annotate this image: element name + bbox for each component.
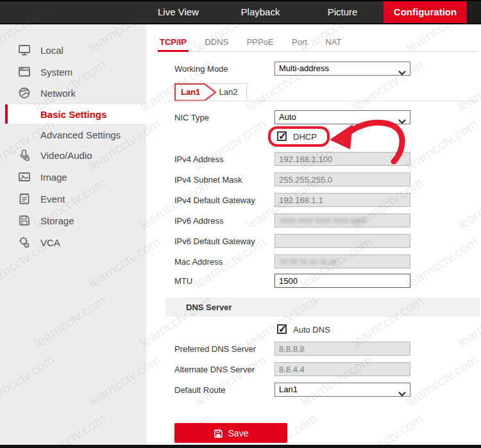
- mtu-label: MTU: [174, 276, 192, 286]
- preferred-dns-input: [274, 342, 410, 356]
- working-mode-select[interactable]: Multi-address: [274, 62, 410, 76]
- tab-ddns[interactable]: DDNS: [203, 33, 230, 52]
- nic-type-value: Auto: [279, 112, 296, 122]
- ipv6-default-gateway-label: IPv6 Default Gateway: [174, 236, 255, 246]
- tab-pppoe[interactable]: PPPoE: [245, 33, 276, 52]
- sidebar-item-advanced-settings[interactable]: Advanced Settings: [0, 125, 146, 144]
- gears-icon: [18, 236, 31, 249]
- working-mode-label: Working Mode: [174, 64, 228, 74]
- tab-port[interactable]: Port: [290, 33, 309, 52]
- sidebar-item-label: Basic Settings: [40, 109, 106, 120]
- sidebar-item-storage[interactable]: Storage: [0, 211, 146, 230]
- ipv6-address-input: xxxx xxxx xxxx xxxx xxxx: [274, 213, 410, 228]
- tab-nat[interactable]: NAT: [323, 33, 343, 52]
- sidebar-item-image[interactable]: Image: [0, 167, 146, 187]
- mac-address-input: xx xx xx xx xx xx: [274, 254, 410, 269]
- ipv4-subnet-mask-label: IPv4 Subnet Mask: [174, 175, 242, 185]
- sidebar-item-system[interactable]: System: [0, 62, 146, 81]
- ipv4-default-gateway-input: [274, 193, 410, 207]
- auto-dns-label: Auto DNS: [293, 325, 330, 335]
- sidebar-item-label: Image: [40, 172, 67, 183]
- picture-icon: [18, 170, 31, 183]
- nic-type-label: NIC Type: [174, 113, 209, 122]
- ipv4-default-gateway-label: IPv4 Default Gateway: [174, 195, 255, 205]
- nic-type-select[interactable]: Auto: [274, 110, 410, 124]
- footer-bar: [0, 445, 481, 448]
- sidebar-item-label: Network: [40, 88, 76, 99]
- sidebar-item-vca[interactable]: VCA: [0, 233, 146, 252]
- sidebar: Local System Network Basic Settings Adva…: [0, 24, 146, 445]
- dns-server-section-header: DNS Server: [165, 297, 480, 317]
- nav-playback[interactable]: Playback: [219, 1, 301, 23]
- sidebar-item-network[interactable]: Network: [0, 83, 146, 103]
- sidebar-item-basic-settings[interactable]: Basic Settings: [8, 104, 146, 124]
- sidebar-item-label: Storage: [40, 215, 74, 226]
- chevron-down-icon: [398, 388, 406, 401]
- tab-tcpip[interactable]: TCP/IP: [158, 33, 189, 52]
- ipv4-address-label: IPv4 Address: [174, 154, 224, 164]
- ipv6-default-gateway-input: [274, 234, 410, 248]
- dhcp-label: DHCP: [293, 132, 317, 142]
- preferred-dns-label: Preferred DNS Server: [174, 344, 256, 354]
- nav-configuration[interactable]: Configuration: [384, 1, 467, 23]
- redacted-value: xxxx xxxx xxxx xxxx xxxx: [280, 216, 410, 225]
- chevron-down-icon: [398, 115, 406, 128]
- dns-server-header-label: DNS Server: [165, 297, 480, 312]
- tcpip-settings-panel: TCP/IP DDNS PPPoE Port NAT Working Mode …: [146, 24, 481, 445]
- sidebar-item-label: Local: [40, 45, 63, 56]
- window-icon: [18, 65, 31, 78]
- network-tabs: TCP/IP DDNS PPPoE Port NAT: [158, 33, 478, 52]
- nav-picture[interactable]: Picture: [301, 1, 384, 23]
- default-route-value: Lan1: [279, 385, 298, 394]
- ipv6-address-label: IPv6 Address: [174, 216, 224, 226]
- mtu-input[interactable]: [274, 274, 410, 288]
- microphone-icon: [18, 149, 31, 162]
- tab-lan1-label[interactable]: Lan1: [181, 87, 200, 97]
- clipboard-icon: [18, 192, 31, 205]
- topbar-right-spacer: [467, 1, 481, 23]
- ipv4-address-input: [274, 152, 410, 166]
- default-route-label: Default Route: [174, 385, 226, 395]
- sidebar-item-local[interactable]: Local: [0, 40, 146, 60]
- chevron-down-icon: [398, 67, 406, 79]
- sidebar-item-label: VCA: [40, 237, 60, 248]
- mac-address-label: Mac Address: [174, 257, 223, 267]
- sidebar-item-video-audio[interactable]: Video/Audio: [0, 145, 146, 165]
- alternate-dns-input: [274, 362, 410, 376]
- ipv4-subnet-mask-input: [274, 172, 410, 187]
- sidebar-item-label: Video/Audio: [40, 150, 92, 161]
- save-button-label: Save: [228, 428, 249, 438]
- floppy-icon: [18, 214, 31, 227]
- monitor-icon: [18, 44, 31, 56]
- save-button[interactable]: Save: [174, 423, 287, 443]
- sidebar-item-label: System: [40, 67, 72, 78]
- sidebar-item-label: Event: [40, 194, 65, 204]
- default-route-select[interactable]: Lan1: [274, 383, 410, 397]
- working-mode-value: Multi-address: [279, 63, 329, 73]
- redacted-value: xx xx xx xx xx xx: [280, 257, 410, 266]
- save-icon: [214, 429, 223, 438]
- sidebar-item-event[interactable]: Event: [0, 189, 146, 208]
- alternate-dns-label: Alternate DNS Server: [174, 365, 255, 374]
- lan-tabs-underline: [165, 101, 478, 101]
- sidebar-item-label: Advanced Settings: [40, 129, 121, 140]
- dhcp-checkbox[interactable]: [277, 131, 287, 141]
- top-nav-bar: Live View Playback Picture Configuration: [0, 0, 481, 24]
- nav-live-view[interactable]: Live View: [137, 1, 219, 23]
- globe-icon: [18, 87, 31, 99]
- auto-dns-checkbox[interactable]: [277, 324, 287, 334]
- hikvision-configuration-page: Live View Playback Picture Configuration…: [0, 0, 481, 448]
